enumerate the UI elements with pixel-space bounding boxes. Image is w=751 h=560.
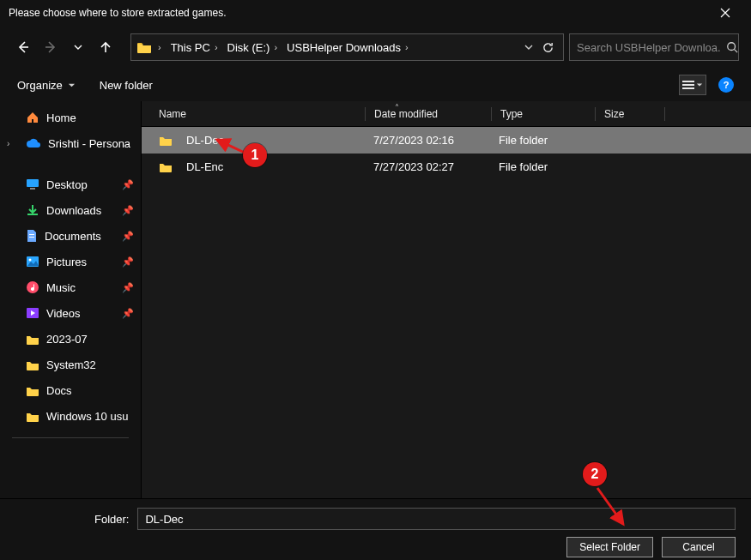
pin-icon: 📌 xyxy=(122,179,134,190)
svg-rect-2 xyxy=(682,84,694,86)
sidebar-item-label: Music xyxy=(46,281,76,294)
crumb-sep-root[interactable]: › xyxy=(152,42,167,52)
body: Home › Srishti - Persona Desktop 📌 Downl… xyxy=(0,101,751,498)
sidebar-item-label: 2023-07 xyxy=(46,333,88,346)
organize-menu[interactable]: Organize xyxy=(17,79,76,92)
sidebar: Home › Srishti - Persona Desktop 📌 Downl… xyxy=(0,101,142,498)
toolbar: Organize New folder ? xyxy=(0,69,751,101)
up-button[interactable] xyxy=(94,36,117,58)
pin-icon: 📌 xyxy=(122,282,134,293)
chevron-right-icon[interactable]: › xyxy=(7,139,9,148)
videos-icon xyxy=(26,307,39,319)
search-box[interactable] xyxy=(569,33,739,61)
svg-point-10 xyxy=(29,259,32,262)
window-title: Please choose where to store extracted g… xyxy=(9,7,226,19)
new-folder-button[interactable]: New folder xyxy=(100,79,153,92)
annotation-marker-2: 2 xyxy=(583,462,607,486)
sidebar-item-videos[interactable]: Videos 📌 xyxy=(0,300,141,326)
folder-icon xyxy=(136,41,152,53)
svg-rect-3 xyxy=(682,87,694,89)
search-input[interactable] xyxy=(577,41,721,54)
folder-icon xyxy=(159,161,173,172)
sidebar-item-label: Downloads xyxy=(46,204,101,217)
crumb-this-pc[interactable]: This PC› xyxy=(167,41,224,54)
sidebar-item-label: Pictures xyxy=(46,256,87,268)
sidebar-onedrive[interactable]: › Srishti - Persona xyxy=(0,130,141,156)
home-icon xyxy=(26,111,39,124)
sidebar-item-pictures[interactable]: Pictures 📌 xyxy=(0,249,141,274)
help-button[interactable]: ? xyxy=(718,77,734,93)
sidebar-item-label: Videos xyxy=(46,307,81,320)
sidebar-item-downloads[interactable]: Downloads 📌 xyxy=(0,197,141,223)
pin-icon: 📌 xyxy=(122,231,134,242)
select-folder-button[interactable]: Select Folder xyxy=(566,537,653,557)
crumb-label: This PC xyxy=(171,41,210,54)
pin-icon: 📌 xyxy=(122,205,134,216)
svg-point-0 xyxy=(728,43,736,51)
sidebar-item-folder[interactable]: System32 xyxy=(0,352,141,377)
file-list: Name ˄ Date modified Type Size DL-Dec 7/… xyxy=(142,101,751,498)
annotation-arrow-2 xyxy=(592,485,635,532)
search-icon xyxy=(726,41,738,53)
folder-icon xyxy=(26,411,39,422)
sidebar-item-label: Srishti - Persona xyxy=(48,137,130,150)
music-icon xyxy=(26,280,39,294)
sort-indicator-icon: ˄ xyxy=(395,103,399,112)
sidebar-item-label: Home xyxy=(46,111,76,124)
sidebar-item-music[interactable]: Music 📌 xyxy=(0,274,141,300)
pin-icon: 📌 xyxy=(122,256,134,268)
column-header-row: Name ˄ Date modified Type Size xyxy=(142,101,751,127)
sidebar-item-folder[interactable]: Windows 10 usu xyxy=(0,403,141,429)
folder-icon xyxy=(26,334,39,345)
svg-rect-7 xyxy=(29,234,34,235)
folder-icon xyxy=(26,359,39,370)
pin-icon: 📌 xyxy=(122,308,134,319)
column-header-date[interactable]: Date modified xyxy=(366,101,491,126)
folder-icon xyxy=(159,135,173,146)
downloads-icon xyxy=(26,203,39,217)
cancel-button[interactable]: Cancel xyxy=(662,537,736,557)
sidebar-item-label: Docs xyxy=(46,384,72,397)
sidebar-item-desktop[interactable]: Desktop 📌 xyxy=(0,172,141,197)
folder-name-input[interactable] xyxy=(137,508,736,530)
crumb-label: USBHelper Downloads xyxy=(287,41,401,54)
column-divider[interactable] xyxy=(664,107,665,121)
file-date: 7/27/2023 02:27 xyxy=(373,160,454,173)
close-button[interactable] xyxy=(708,0,742,26)
back-button[interactable] xyxy=(12,36,34,58)
column-header-type[interactable]: Type xyxy=(492,101,595,126)
sidebar-item-label: Desktop xyxy=(46,178,88,191)
forward-button[interactable] xyxy=(39,36,62,58)
sidebar-item-label: Windows 10 usu xyxy=(46,410,128,423)
annotation-marker-1: 1 xyxy=(243,143,267,167)
crumb-drive[interactable]: Disk (E:)› xyxy=(224,41,284,54)
address-dropdown-button[interactable] xyxy=(524,43,533,51)
svg-point-11 xyxy=(27,281,39,293)
sidebar-item-folder[interactable]: 2023-07 xyxy=(0,326,141,352)
file-name: DL-Enc xyxy=(186,160,223,173)
crumb-folder[interactable]: USBHelper Downloads› xyxy=(283,41,415,54)
folder-icon xyxy=(26,385,39,396)
refresh-button[interactable] xyxy=(542,41,554,54)
sidebar-item-label: Documents xyxy=(45,230,101,243)
sidebar-home[interactable]: Home xyxy=(0,105,141,130)
recent-locations-button[interactable] xyxy=(67,36,89,58)
column-header-name[interactable]: Name xyxy=(142,101,365,126)
file-date: 7/27/2023 02:16 xyxy=(373,134,454,147)
pictures-icon xyxy=(26,256,39,268)
address-box[interactable]: › This PC› Disk (E:)› USBHelper Download… xyxy=(130,33,564,61)
bottom-bar: Folder: Select Folder Cancel xyxy=(0,498,751,560)
sidebar-item-folder[interactable]: Docs xyxy=(0,377,141,403)
view-mode-button[interactable] xyxy=(679,75,706,95)
folder-field-label: Folder: xyxy=(94,513,129,526)
organize-label: Organize xyxy=(17,79,63,92)
crumb-label: Disk (E:) xyxy=(227,41,270,54)
documents-icon xyxy=(26,229,38,243)
sidebar-item-label: System32 xyxy=(46,358,96,371)
column-header-size[interactable]: Size xyxy=(596,101,664,126)
svg-rect-1 xyxy=(682,81,694,82)
svg-rect-4 xyxy=(27,179,39,187)
file-type: File folder xyxy=(499,134,548,147)
sidebar-divider xyxy=(12,437,129,438)
sidebar-item-documents[interactable]: Documents 📌 xyxy=(0,223,141,249)
